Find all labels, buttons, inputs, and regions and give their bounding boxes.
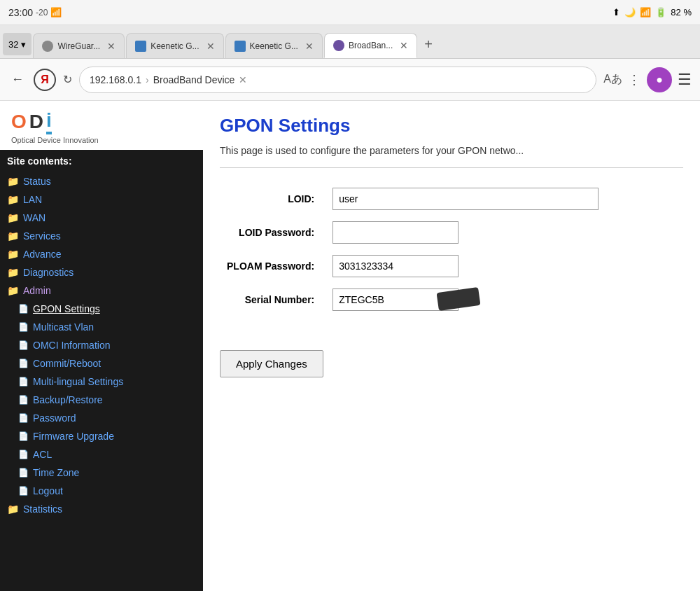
- site-contents-label: Site contents:: [0, 150, 203, 172]
- sidebar-link-logout[interactable]: Logout: [33, 485, 63, 496]
- sidebar-item-advance[interactable]: 📁 Advance: [0, 245, 203, 263]
- sidebar-item-gpon-settings[interactable]: 📄 GPON Settings: [0, 300, 203, 318]
- tab-close-broadband[interactable]: ✕: [400, 40, 408, 51]
- apply-changes-section: Apply Changes: [220, 333, 683, 377]
- sidebar-item-services[interactable]: 📁 Services: [0, 227, 203, 245]
- folder-icon-advance: 📁: [7, 249, 19, 260]
- new-tab-button[interactable]: +: [419, 34, 438, 55]
- sidebar-item-commit-reboot[interactable]: 📄 Commit/Reboot: [0, 354, 203, 373]
- sidebar-label-lan: LAN: [23, 194, 42, 205]
- folder-icon-wan: 📁: [7, 212, 19, 223]
- ploam-password-row: PLOAM Password:: [220, 249, 606, 283]
- ploam-password-label: PLOAM Password:: [220, 249, 326, 283]
- sidebar-label-statistics: Statistics: [23, 503, 62, 515]
- sidebar-link-firmware[interactable]: Firmware Upgrade: [33, 431, 114, 442]
- sidebar-item-firmware[interactable]: 📄 Firmware Upgrade: [0, 427, 203, 445]
- sidebar-item-timezone[interactable]: 📄 Time Zone: [0, 464, 203, 482]
- sidebar-link-password[interactable]: Password: [33, 412, 76, 424]
- wifi-icon: 📶: [640, 7, 651, 18]
- folder-icon-status: 📁: [7, 176, 19, 187]
- sidebar-item-wan[interactable]: 📁 WAN: [0, 209, 203, 227]
- sidebar-link-multicast-vlan[interactable]: Multicast Vlan: [33, 321, 94, 333]
- url-clear-button[interactable]: ✕: [239, 74, 247, 85]
- status-icons: ⬆ 🌙 📶 🔋 82 %: [612, 7, 692, 18]
- alice-button[interactable]: ●: [647, 67, 672, 92]
- serial-number-cell: [326, 283, 606, 317]
- tab-keenetic1[interactable]: Keenetic G... ✕: [126, 33, 223, 58]
- page-title: GPON Settings: [220, 115, 683, 137]
- battery-percent: 82 %: [671, 7, 692, 18]
- folder-icon-lan: 📁: [7, 194, 19, 205]
- sidebar-link-multilingual[interactable]: Multi-lingual Settings: [33, 376, 123, 387]
- file-icon-multilingual: 📄: [18, 377, 29, 387]
- tab-close-keenetic1[interactable]: ✕: [206, 41, 215, 52]
- tab-count: 32: [8, 39, 18, 50]
- ploam-password-input[interactable]: [332, 255, 458, 277]
- url-origin: 192.168.0.1: [90, 74, 141, 85]
- back-button[interactable]: ←: [8, 69, 27, 90]
- sidebar-item-logout[interactable]: 📄 Logout: [0, 482, 203, 500]
- tab-label-keenetic1: Keenetic G...: [150, 41, 199, 51]
- loid-cell: [326, 182, 606, 216]
- loid-password-input[interactable]: [332, 221, 458, 244]
- sidebar-item-backup-restore[interactable]: 📄 Backup/Restore: [0, 391, 203, 409]
- logo-brand: O D i: [11, 109, 192, 134]
- tab-keenetic2[interactable]: Keenetic G... ✕: [225, 33, 323, 58]
- apply-changes-button[interactable]: Apply Changes: [220, 350, 323, 377]
- serial-number-row: Serial Number:: [220, 283, 606, 317]
- serial-number-label: Serial Number:: [220, 283, 326, 317]
- translate-button[interactable]: Aあ: [603, 72, 622, 87]
- signal-display: -20: [36, 8, 48, 18]
- sidebar-item-acl[interactable]: 📄 ACL: [0, 445, 203, 464]
- tab-label-wireguard: WireGuar...: [57, 41, 100, 51]
- sidebar-item-lan[interactable]: 📁 LAN: [0, 190, 203, 209]
- tab-number-selector[interactable]: 32 ▾: [3, 33, 31, 55]
- sidebar-item-multicast-vlan[interactable]: 📄 Multicast Vlan: [0, 318, 203, 336]
- status-time: 23:00 -20 📶: [8, 7, 62, 18]
- gpon-settings-form: LOID: LOID Password: PLOAM Password: Ser…: [220, 182, 606, 317]
- tab-close-wireguard[interactable]: ✕: [107, 41, 115, 52]
- signal-icon: 📶: [50, 7, 62, 18]
- more-options-button[interactable]: ⋮: [628, 72, 641, 88]
- file-icon-backup: 📄: [18, 395, 29, 405]
- sidebar-item-diagnostics[interactable]: 📁 Diagnostics: [0, 263, 203, 281]
- tab-close-keenetic2[interactable]: ✕: [305, 41, 314, 52]
- refresh-button[interactable]: ↻: [63, 73, 72, 86]
- chevron-down-icon: ▾: [21, 39, 26, 50]
- sidebar-link-acl[interactable]: ACL: [33, 449, 52, 460]
- sidebar-item-admin[interactable]: 📁 Admin: [0, 281, 203, 300]
- loid-password-row: LOID Password:: [220, 216, 606, 249]
- loid-row: LOID:: [220, 182, 606, 216]
- sidebar: O D i Optical Device Innovation Site con…: [0, 101, 203, 591]
- sidebar-item-password[interactable]: 📄 Password: [0, 409, 203, 427]
- sidebar-link-gpon-settings[interactable]: GPON Settings: [33, 303, 100, 314]
- tab-label-keenetic2: Keenetic G...: [250, 41, 298, 51]
- tab-wireguard[interactable]: WireGuar... ✕: [33, 33, 125, 58]
- sidebar-label-admin: Admin: [23, 285, 51, 296]
- sidebar-item-multilingual[interactable]: 📄 Multi-lingual Settings: [0, 373, 203, 391]
- sidebar-item-status[interactable]: 📁 Status: [0, 172, 203, 190]
- logo-tagline: Optical Device Innovation: [11, 136, 192, 144]
- folder-icon-diagnostics: 📁: [7, 267, 19, 278]
- loid-password-label: LOID Password:: [220, 216, 326, 249]
- main-content: O D i Optical Device Innovation Site con…: [0, 101, 700, 591]
- sidebar-item-omci[interactable]: 📄 OMCI Information: [0, 336, 203, 354]
- sidebar-link-backup-restore[interactable]: Backup/Restore: [33, 394, 103, 405]
- tabs-bar: 32 ▾ WireGuar... ✕ Keenetic G... ✕ Keene…: [0, 25, 700, 59]
- folder-icon-statistics: 📁: [7, 503, 19, 515]
- url-bar[interactable]: 192.168.0.1 › BroadBand Device ✕: [79, 67, 596, 93]
- bluetooth-icon: ⬆: [612, 7, 620, 18]
- logo-o: O: [11, 111, 27, 133]
- loid-input[interactable]: [332, 188, 598, 210]
- hamburger-menu-button[interactable]: ☰: [678, 71, 692, 89]
- address-actions: Aあ ⋮ ● ☰: [603, 67, 692, 92]
- sidebar-link-commit-reboot[interactable]: Commit/Reboot: [33, 358, 101, 369]
- sidebar-link-timezone[interactable]: Time Zone: [33, 467, 79, 478]
- logo-i: i: [46, 109, 52, 134]
- tab-broadband[interactable]: BroadBan... ✕: [324, 33, 417, 58]
- sidebar-link-omci[interactable]: OMCI Information: [33, 340, 110, 351]
- sidebar-item-statistics[interactable]: 📁 Statistics: [0, 500, 203, 518]
- tab-icon-broadband: [333, 40, 344, 51]
- tab-icon-wireguard: [42, 41, 53, 52]
- page-content: GPON Settings This page is used to confi…: [203, 101, 700, 591]
